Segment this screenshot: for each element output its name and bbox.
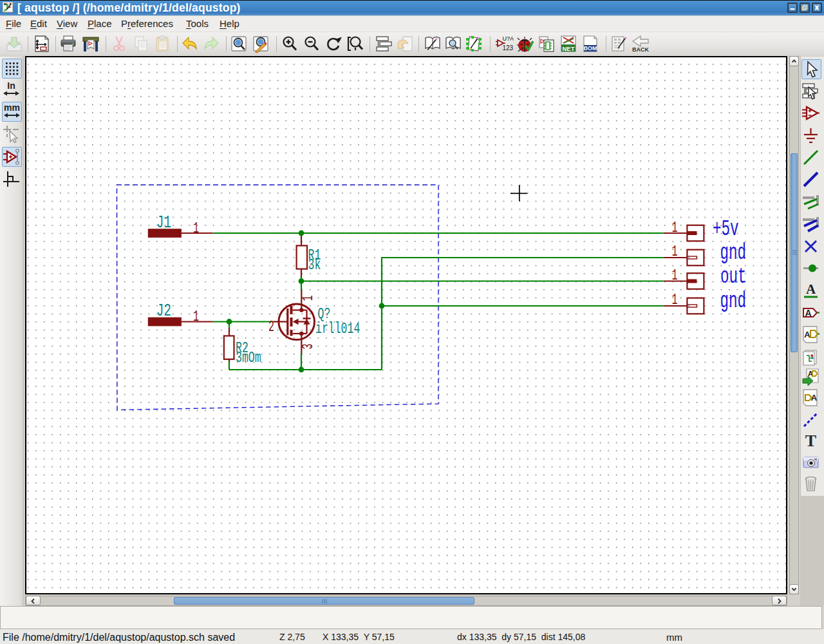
svg-text:out: out (720, 264, 746, 289)
svg-text:NET: NET (563, 45, 575, 52)
svg-text:1: 1 (672, 267, 678, 284)
svg-text:3k: 3k (308, 256, 321, 274)
svg-text:U?A: U?A (503, 35, 514, 42)
svg-text:123: 123 (503, 44, 514, 52)
svg-text:gnd: gnd (720, 240, 746, 265)
svg-text:1: 1 (672, 243, 678, 260)
svg-text:1: 1 (299, 296, 316, 301)
svg-text:A: A (804, 330, 810, 339)
svg-text:3: 3 (299, 344, 316, 350)
svg-text:A: A (805, 308, 811, 318)
svg-text:BACK: BACK (632, 46, 649, 53)
svg-text:1: 1 (193, 220, 199, 236)
svg-text:A: A (806, 281, 816, 297)
svg-text:A: A (811, 393, 818, 402)
svg-text:BOM: BOM (584, 45, 597, 52)
svg-text:2: 2 (268, 319, 274, 336)
svg-text:irll014: irll014 (315, 320, 360, 337)
svg-text:3mOm: 3mOm (236, 348, 261, 366)
svg-text:1: 1 (193, 308, 199, 325)
svg-text:1: 1 (672, 219, 678, 236)
svg-text:+5v: +5v (713, 216, 738, 242)
svg-text:mm: mm (4, 102, 20, 113)
svg-text:gnd: gnd (720, 289, 746, 314)
svg-text:T: T (805, 431, 816, 450)
svg-text:1: 1 (672, 292, 678, 308)
svg-text:J2: J2 (156, 300, 171, 321)
svg-text:In: In (7, 80, 15, 91)
svg-text:J1: J1 (156, 212, 171, 232)
